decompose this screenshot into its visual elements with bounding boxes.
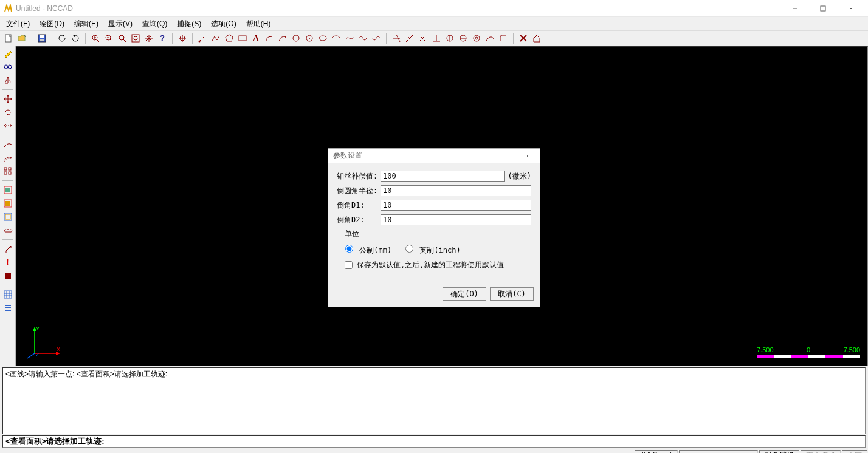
d1-input[interactable] — [381, 200, 531, 211]
close-button[interactable] — [838, 1, 864, 16]
warning-icon[interactable]: ! — [2, 256, 14, 268]
point-icon[interactable] — [176, 32, 188, 44]
ok-button[interactable]: 确定(O) — [443, 287, 486, 301]
fillet-icon[interactable] — [497, 32, 509, 44]
polyline-icon[interactable] — [210, 32, 222, 44]
svg-text:A: A — [253, 34, 260, 43]
rectangle-icon[interactable] — [236, 32, 249, 44]
edit-draw-icon[interactable] — [2, 47, 14, 60]
zoom-window-icon[interactable] — [116, 32, 128, 44]
svg-line-9 — [97, 39, 99, 42]
circle-center-icon[interactable] — [303, 32, 315, 44]
minimize-button[interactable] — [782, 1, 808, 16]
help-icon[interactable]: ? — [156, 32, 168, 44]
svg-rect-72 — [4, 291, 12, 298]
polygon-icon[interactable] — [223, 32, 235, 44]
fillet-input[interactable] — [381, 185, 531, 196]
svg-point-33 — [309, 38, 310, 39]
scale-ruler: 7.500 0 7.500 — [757, 346, 860, 359]
zoom-in-icon[interactable] — [89, 32, 102, 44]
svg-point-19 — [134, 36, 137, 40]
rotate-icon[interactable] — [2, 106, 14, 118]
svg-rect-58 — [9, 168, 11, 170]
menu-file[interactable]: 文件(F) — [2, 18, 33, 30]
redo-icon[interactable] — [69, 32, 81, 44]
grid-icon[interactable] — [2, 288, 14, 301]
command-input[interactable]: <查看面积>请选择加工轨迹: — [2, 435, 866, 448]
status-ortho[interactable]: 正交模式 — [801, 450, 841, 453]
extend-icon[interactable] — [404, 32, 416, 44]
select-icon[interactable] — [2, 61, 14, 73]
status-unit[interactable]: 公制(mm) — [635, 450, 678, 453]
menubar: 文件(F) 绘图(D) 编辑(E) 显示(V) 查询(Q) 捕捉(S) 选项(O… — [0, 17, 868, 30]
radio-metric[interactable]: 公制(mm) — [342, 243, 391, 256]
menu-snap[interactable]: 捕捉(S) — [173, 18, 205, 30]
layer1-icon[interactable] — [2, 184, 14, 196]
block-icon[interactable] — [2, 270, 14, 282]
svg-rect-17 — [120, 36, 123, 39]
command-history[interactable]: <画线>请输入第一点: <查看面积>请选择加工轨迹: — [2, 367, 866, 434]
circle-tool1-icon[interactable] — [444, 32, 456, 44]
circle-icon[interactable] — [290, 32, 302, 44]
new-icon[interactable] — [2, 32, 15, 44]
offset-curve2-icon[interactable] — [2, 152, 14, 164]
text-icon[interactable]: A — [250, 32, 262, 44]
unit-legend: 单位 — [342, 229, 362, 239]
tangent-icon[interactable] — [484, 32, 496, 44]
arc-icon[interactable] — [263, 32, 275, 44]
menu-help[interactable]: 帮助(H) — [243, 18, 275, 30]
status-caps[interactable]: 大写 — [842, 450, 867, 453]
radio-imperial-input[interactable] — [405, 245, 413, 253]
wave2-icon[interactable] — [370, 32, 382, 44]
menu-edit[interactable]: 编辑(E) — [71, 18, 102, 30]
array-icon[interactable] — [2, 165, 14, 177]
menu-draw[interactable]: 绘图(D) — [36, 18, 68, 30]
svg-point-30 — [285, 36, 286, 38]
ellipse-arc-icon[interactable] — [330, 32, 342, 44]
d2-input[interactable] — [381, 214, 531, 225]
layer3-icon[interactable] — [2, 211, 14, 223]
undo-icon[interactable] — [56, 32, 68, 44]
arc3p-icon[interactable] — [277, 32, 289, 44]
save-default-checkbox[interactable] — [345, 261, 353, 269]
svg-line-86 — [27, 353, 35, 358]
line-icon[interactable] — [196, 32, 208, 44]
zoom-out-icon[interactable] — [103, 32, 115, 44]
radio-metric-input[interactable] — [345, 245, 353, 253]
ellipse-icon[interactable] — [317, 32, 329, 44]
menu-view[interactable]: 显示(V) — [105, 18, 136, 30]
open-icon[interactable] — [16, 32, 28, 44]
break-icon[interactable] — [417, 32, 429, 44]
command-prompt: <查看面积>请选择加工轨迹: — [5, 436, 105, 447]
radio-imperial[interactable]: 英制(inch) — [402, 243, 461, 256]
wave-icon[interactable] — [357, 32, 369, 44]
svg-rect-71 — [5, 273, 11, 279]
trim-icon[interactable] — [390, 32, 402, 44]
circle-tool2-icon[interactable] — [457, 32, 469, 44]
mirror-icon[interactable] — [2, 74, 14, 86]
spline-icon[interactable] — [343, 32, 356, 44]
zoom-extents-icon[interactable] — [129, 32, 142, 44]
maximize-button[interactable] — [810, 1, 836, 16]
dialog-close-button[interactable] — [520, 150, 535, 162]
menu-query[interactable]: 查询(Q) — [139, 18, 171, 30]
offset-curve-icon[interactable] — [2, 138, 14, 151]
fillet-label: 倒圆角半径: — [337, 186, 381, 196]
offset-input[interactable] — [381, 171, 505, 182]
cancel-button[interactable]: 取消(C) — [490, 287, 534, 301]
home-icon[interactable] — [531, 32, 543, 44]
status-snap[interactable]: 对象捕捉 — [759, 450, 799, 453]
move-icon[interactable] — [2, 93, 14, 105]
cloud-icon[interactable] — [2, 224, 14, 236]
stack-icon[interactable] — [2, 302, 14, 314]
perpendicular-icon[interactable] — [430, 32, 443, 44]
save-icon[interactable] — [36, 32, 48, 44]
measure-icon[interactable] — [2, 243, 14, 255]
circle-tool3-icon[interactable] — [470, 32, 483, 44]
menu-options[interactable]: 选项(O) — [207, 18, 239, 30]
pan-icon[interactable] — [143, 32, 155, 44]
delete-icon[interactable] — [517, 32, 529, 44]
layer2-icon[interactable] — [2, 197, 14, 209]
scale-icon[interactable] — [2, 120, 14, 132]
svg-point-47 — [474, 35, 480, 41]
